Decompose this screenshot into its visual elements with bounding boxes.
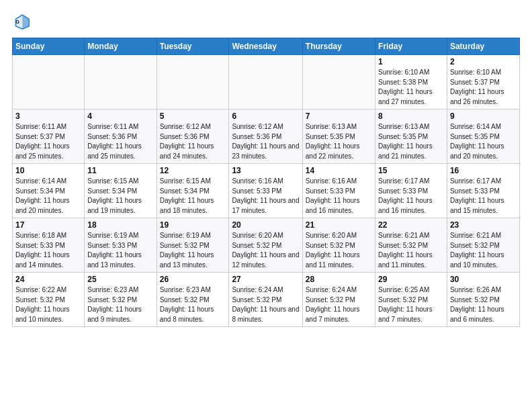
calendar-cell: 30Sunrise: 6:26 AM Sunset: 5:32 PM Dayli… bbox=[447, 273, 519, 327]
calendar-cell: 27Sunrise: 6:24 AM Sunset: 5:32 PM Dayli… bbox=[229, 273, 302, 327]
logo-icon: G bbox=[12, 12, 31, 31]
calendar-cell: 24Sunrise: 6:22 AM Sunset: 5:32 PM Dayli… bbox=[13, 273, 85, 327]
calendar-week-row: 3Sunrise: 6:11 AM Sunset: 5:37 PM Daylig… bbox=[13, 109, 520, 164]
day-info: Sunrise: 6:10 AM Sunset: 5:38 PM Dayligh… bbox=[378, 68, 444, 107]
day-number: 13 bbox=[232, 166, 299, 175]
day-info: Sunrise: 6:13 AM Sunset: 5:35 PM Dayligh… bbox=[378, 122, 444, 161]
day-number: 1 bbox=[378, 57, 444, 66]
calendar-cell: 13Sunrise: 6:16 AM Sunset: 5:33 PM Dayli… bbox=[229, 164, 302, 218]
day-number: 18 bbox=[87, 220, 153, 230]
calendar-cell: 15Sunrise: 6:17 AM Sunset: 5:33 PM Dayli… bbox=[375, 164, 447, 218]
calendar-cell: 3Sunrise: 6:11 AM Sunset: 5:37 PM Daylig… bbox=[13, 109, 85, 164]
day-number: 2 bbox=[450, 57, 517, 66]
day-number: 23 bbox=[450, 220, 517, 230]
day-number: 12 bbox=[160, 166, 226, 175]
day-info: Sunrise: 6:20 AM Sunset: 5:32 PM Dayligh… bbox=[306, 231, 372, 270]
calendar-cell: 25Sunrise: 6:23 AM Sunset: 5:32 PM Dayli… bbox=[85, 273, 157, 327]
calendar-cell: 26Sunrise: 6:23 AM Sunset: 5:32 PM Dayli… bbox=[157, 273, 229, 327]
calendar-cell: 2Sunrise: 6:10 AM Sunset: 5:37 PM Daylig… bbox=[447, 55, 519, 109]
day-number: 10 bbox=[15, 166, 81, 175]
header: G bbox=[12, 12, 520, 31]
day-info: Sunrise: 6:15 AM Sunset: 5:34 PM Dayligh… bbox=[160, 177, 226, 216]
day-info: Sunrise: 6:12 AM Sunset: 5:36 PM Dayligh… bbox=[160, 122, 226, 161]
calendar-cell: 28Sunrise: 6:24 AM Sunset: 5:32 PM Dayli… bbox=[302, 273, 375, 327]
calendar-cell: 18Sunrise: 6:19 AM Sunset: 5:33 PM Dayli… bbox=[85, 218, 157, 273]
day-info: Sunrise: 6:14 AM Sunset: 5:35 PM Dayligh… bbox=[450, 122, 517, 161]
calendar-week-row: 24Sunrise: 6:22 AM Sunset: 5:32 PM Dayli… bbox=[13, 273, 520, 327]
day-number: 11 bbox=[87, 166, 153, 175]
day-number: 26 bbox=[160, 275, 226, 284]
day-info: Sunrise: 6:14 AM Sunset: 5:34 PM Dayligh… bbox=[15, 177, 81, 216]
calendar-cell: 4Sunrise: 6:11 AM Sunset: 5:36 PM Daylig… bbox=[85, 109, 157, 164]
calendar-cell bbox=[85, 55, 157, 109]
calendar-cell: 10Sunrise: 6:14 AM Sunset: 5:34 PM Dayli… bbox=[13, 164, 85, 218]
calendar-cell: 11Sunrise: 6:15 AM Sunset: 5:34 PM Dayli… bbox=[85, 164, 157, 218]
calendar-cell: 19Sunrise: 6:19 AM Sunset: 5:32 PM Dayli… bbox=[157, 218, 229, 273]
calendar-header-saturday: Saturday bbox=[447, 38, 519, 55]
day-info: Sunrise: 6:23 AM Sunset: 5:32 PM Dayligh… bbox=[87, 285, 153, 324]
day-info: Sunrise: 6:16 AM Sunset: 5:33 PM Dayligh… bbox=[232, 177, 299, 216]
calendar-cell: 9Sunrise: 6:14 AM Sunset: 5:35 PM Daylig… bbox=[447, 109, 519, 164]
calendar-cell: 17Sunrise: 6:18 AM Sunset: 5:33 PM Dayli… bbox=[13, 218, 85, 273]
calendar-header-wednesday: Wednesday bbox=[229, 38, 302, 55]
day-number: 20 bbox=[232, 220, 299, 230]
day-info: Sunrise: 6:13 AM Sunset: 5:35 PM Dayligh… bbox=[306, 122, 372, 161]
day-info: Sunrise: 6:21 AM Sunset: 5:32 PM Dayligh… bbox=[450, 231, 517, 270]
day-number: 24 bbox=[15, 275, 81, 284]
day-number: 16 bbox=[450, 166, 517, 175]
calendar-cell bbox=[13, 55, 85, 109]
page: G SundayMondayTuesdayWednesdayThursdayFr… bbox=[0, 0, 532, 411]
calendar-cell: 16Sunrise: 6:17 AM Sunset: 5:33 PM Dayli… bbox=[447, 164, 519, 218]
day-info: Sunrise: 6:10 AM Sunset: 5:37 PM Dayligh… bbox=[450, 68, 517, 107]
calendar-cell: 12Sunrise: 6:15 AM Sunset: 5:34 PM Dayli… bbox=[157, 164, 229, 218]
calendar-cell: 20Sunrise: 6:20 AM Sunset: 5:32 PM Dayli… bbox=[229, 218, 302, 273]
day-info: Sunrise: 6:20 AM Sunset: 5:32 PM Dayligh… bbox=[232, 231, 299, 270]
day-info: Sunrise: 6:24 AM Sunset: 5:32 PM Dayligh… bbox=[232, 285, 299, 324]
day-info: Sunrise: 6:19 AM Sunset: 5:33 PM Dayligh… bbox=[87, 231, 153, 270]
day-info: Sunrise: 6:16 AM Sunset: 5:33 PM Dayligh… bbox=[306, 177, 372, 216]
day-info: Sunrise: 6:11 AM Sunset: 5:37 PM Dayligh… bbox=[15, 122, 81, 161]
calendar-cell: 21Sunrise: 6:20 AM Sunset: 5:32 PM Dayli… bbox=[302, 218, 375, 273]
day-info: Sunrise: 6:11 AM Sunset: 5:36 PM Dayligh… bbox=[87, 122, 153, 161]
day-number: 5 bbox=[160, 111, 226, 121]
day-number: 7 bbox=[306, 111, 372, 121]
calendar-cell bbox=[229, 55, 302, 109]
day-number: 8 bbox=[378, 111, 444, 121]
day-number: 28 bbox=[306, 275, 372, 284]
day-info: Sunrise: 6:17 AM Sunset: 5:33 PM Dayligh… bbox=[450, 177, 517, 216]
svg-text:G: G bbox=[15, 19, 19, 25]
calendar-header-tuesday: Tuesday bbox=[157, 38, 229, 55]
calendar-week-row: 17Sunrise: 6:18 AM Sunset: 5:33 PM Dayli… bbox=[13, 218, 520, 273]
day-number: 22 bbox=[378, 220, 444, 230]
calendar-header-row: SundayMondayTuesdayWednesdayThursdayFrid… bbox=[13, 38, 520, 55]
day-number: 17 bbox=[15, 220, 81, 230]
calendar-cell bbox=[157, 55, 229, 109]
calendar-week-row: 10Sunrise: 6:14 AM Sunset: 5:34 PM Dayli… bbox=[13, 164, 520, 218]
calendar-header-friday: Friday bbox=[375, 38, 447, 55]
day-number: 9 bbox=[450, 111, 517, 121]
day-number: 21 bbox=[306, 220, 372, 230]
calendar-cell: 5Sunrise: 6:12 AM Sunset: 5:36 PM Daylig… bbox=[157, 109, 229, 164]
calendar-header-monday: Monday bbox=[85, 38, 157, 55]
day-number: 3 bbox=[15, 111, 81, 121]
day-number: 15 bbox=[378, 166, 444, 175]
calendar-header-sunday: Sunday bbox=[13, 38, 85, 55]
day-info: Sunrise: 6:23 AM Sunset: 5:32 PM Dayligh… bbox=[160, 285, 226, 324]
calendar-week-row: 1Sunrise: 6:10 AM Sunset: 5:38 PM Daylig… bbox=[13, 55, 520, 109]
day-number: 4 bbox=[87, 111, 153, 121]
day-info: Sunrise: 6:18 AM Sunset: 5:33 PM Dayligh… bbox=[15, 231, 81, 270]
day-number: 14 bbox=[306, 166, 372, 175]
calendar-cell: 14Sunrise: 6:16 AM Sunset: 5:33 PM Dayli… bbox=[302, 164, 375, 218]
day-number: 25 bbox=[87, 275, 153, 284]
calendar-cell: 1Sunrise: 6:10 AM Sunset: 5:38 PM Daylig… bbox=[375, 55, 447, 109]
day-info: Sunrise: 6:26 AM Sunset: 5:32 PM Dayligh… bbox=[450, 285, 517, 324]
calendar-table: SundayMondayTuesdayWednesdayThursdayFrid… bbox=[12, 38, 520, 327]
day-info: Sunrise: 6:21 AM Sunset: 5:32 PM Dayligh… bbox=[378, 231, 444, 270]
day-info: Sunrise: 6:25 AM Sunset: 5:32 PM Dayligh… bbox=[378, 285, 444, 324]
day-number: 30 bbox=[450, 275, 517, 284]
day-number: 6 bbox=[232, 111, 299, 121]
calendar-cell: 29Sunrise: 6:25 AM Sunset: 5:32 PM Dayli… bbox=[375, 273, 447, 327]
day-info: Sunrise: 6:24 AM Sunset: 5:32 PM Dayligh… bbox=[306, 285, 372, 324]
calendar-cell: 22Sunrise: 6:21 AM Sunset: 5:32 PM Dayli… bbox=[375, 218, 447, 273]
calendar-header-thursday: Thursday bbox=[302, 38, 375, 55]
